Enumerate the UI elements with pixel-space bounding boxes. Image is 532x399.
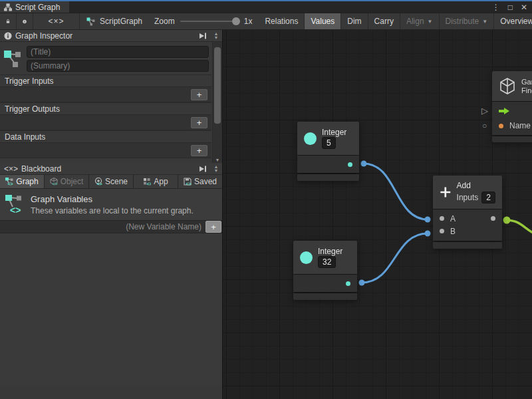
svg-text:<>: <> <box>8 182 13 186</box>
trigger-outputs-label: Trigger Outputs <box>0 102 211 114</box>
tab-object[interactable]: <> Object <box>45 175 89 188</box>
scroll-down-icon[interactable]: ▼ <box>214 169 219 173</box>
blackboard-tabs: <> Graph <> Object <> Scene <> App <> Sa… <box>0 175 222 189</box>
script-graph-window: Script Graph ⋮ □ ✕ <×> ScriptGraph Zoom <box>0 0 532 399</box>
input-port-b[interactable] <box>440 229 444 233</box>
object-cube-icon: <> <box>50 178 58 186</box>
add-trigger-input-button[interactable]: + <box>191 89 207 100</box>
graph-canvas[interactable]: Integer 5 Integer 32 <box>223 30 532 399</box>
graph-variables-description: These variables are local to the current… <box>31 206 194 215</box>
trigger-input-port-icon[interactable] <box>499 108 509 114</box>
tab-scene[interactable]: <> Scene <box>89 175 134 188</box>
graph-variables-title: Graph Variables <box>31 194 194 204</box>
graph-name-breadcrumb[interactable]: ScriptGraph <box>80 13 149 29</box>
integer-node-32[interactable]: Integer 32 <box>293 241 357 300</box>
tab-saved-label: Saved <box>194 177 217 186</box>
maximize-icon[interactable]: □ <box>506 3 515 12</box>
overview-button[interactable]: Overview <box>494 13 532 29</box>
values-button[interactable]: Values <box>305 13 341 29</box>
distribute-label: Distribute <box>446 17 479 26</box>
scroll-down-icon[interactable]: ▼ <box>213 158 222 162</box>
input-port-a-label: A <box>450 214 456 223</box>
gameobject-find-node[interactable]: Game Object Find Name <box>492 71 532 142</box>
relations-button[interactable]: Relations <box>259 13 305 29</box>
dim-button[interactable]: Dim <box>341 13 368 29</box>
lock-button[interactable] <box>0 13 17 29</box>
inspector-toggle-button[interactable] <box>17 13 33 29</box>
close-icon[interactable]: ✕ <box>519 3 529 12</box>
input-port-b-label: B <box>450 227 456 236</box>
sidebar-panel: Graph Inspector ▲▼ Trigger Inputs + <box>0 30 223 399</box>
scroll-down-icon[interactable]: ▼ <box>214 36 219 40</box>
wire-endpoint[interactable] <box>361 161 367 167</box>
tab-app-label: App <box>154 177 168 186</box>
graph-variables-icon: <> <box>5 194 24 215</box>
graph-variables-info: <> Graph Variables These variables are l… <box>0 189 222 220</box>
add-data-input-button[interactable]: + <box>191 145 207 156</box>
input-port-a[interactable] <box>440 216 444 221</box>
node-title: Add <box>457 181 495 190</box>
lock-icon <box>6 17 10 25</box>
data-inputs-label: Data Inputs <box>0 130 211 142</box>
zoom-slider[interactable] <box>180 21 239 22</box>
graph-title-input[interactable] <box>27 46 209 58</box>
dock-panel-button[interactable] <box>198 166 207 172</box>
wire-endpoint[interactable] <box>425 231 431 237</box>
scroll-arrows[interactable]: ▲▼ <box>211 165 221 173</box>
inputs-count-field[interactable]: 2 <box>481 192 495 203</box>
scroll-arrows[interactable]: ▲▼ <box>211 32 221 40</box>
wire-endpoint[interactable] <box>503 217 511 224</box>
graph-name: ScriptGraph <box>100 17 142 26</box>
output-port[interactable] <box>346 281 350 286</box>
blackboard-title: Blackboard <box>21 164 61 174</box>
new-variable-input[interactable] <box>0 222 205 231</box>
trigger-outputs-row: + <box>0 114 211 130</box>
integer-value-field[interactable]: 5 <box>322 137 336 149</box>
wire-endpoint[interactable] <box>359 280 365 286</box>
name-input-port[interactable] <box>499 124 503 128</box>
svg-text:<>: <> <box>10 205 21 215</box>
data-inputs-row: + <box>0 142 211 158</box>
output-port[interactable] <box>348 162 352 167</box>
dock-icon <box>198 33 207 39</box>
node-title: Integer <box>322 128 346 137</box>
carry-button[interactable]: Carry <box>368 13 400 29</box>
integer-type-icon <box>300 251 313 264</box>
integer-node-5[interactable]: Integer 5 <box>297 122 359 181</box>
zoom-slider-handle[interactable] <box>232 17 240 25</box>
output-port[interactable] <box>491 216 495 221</box>
add-variable-button[interactable]: + <box>205 221 221 233</box>
script-graph-node-icon <box>86 17 96 26</box>
add-trigger-output-button[interactable]: + <box>191 117 207 128</box>
code-view-button[interactable]: <×> <box>33 13 80 29</box>
blackboard-empty-area <box>0 233 222 386</box>
dock-icon <box>198 166 207 172</box>
window-menu-icon[interactable]: ⋮ <box>490 3 502 12</box>
relations-label: Relations <box>265 17 298 26</box>
window-tab-bar: Script Graph ⋮ □ ✕ <box>0 1 532 13</box>
dock-panel-button[interactable] <box>198 33 207 39</box>
trigger-inputs-label: Trigger Inputs <box>0 74 211 86</box>
trigger-port-outline-icon[interactable]: ▷ <box>481 107 488 114</box>
tab-saved[interactable]: <> Saved <box>178 175 222 188</box>
zoom-control: Zoom 1x <box>149 13 257 29</box>
tab-object-label: Object <box>61 177 84 186</box>
wire-endpoint[interactable] <box>425 217 431 223</box>
tab-script-graph[interactable]: Script Graph <box>0 1 69 13</box>
value-port-outline-icon[interactable]: ○ <box>482 122 487 130</box>
add-node[interactable]: Add Inputs 2 A B <box>433 176 502 249</box>
graph-summary-icon <box>4 49 21 69</box>
graph-summary-input[interactable] <box>27 60 209 72</box>
graph-variables-icon: <> <box>5 178 13 186</box>
add-plus-icon <box>440 184 452 201</box>
tab-app[interactable]: <> App <box>134 175 178 188</box>
tab-graph-label: Graph <box>16 177 38 186</box>
inspector-scrollbar[interactable]: ▼ <box>212 42 222 163</box>
chevron-down-icon: ▼ <box>482 19 487 25</box>
integer-value-field[interactable]: 32 <box>318 256 336 268</box>
distribute-dropdown[interactable]: Distribute▼ <box>440 13 495 29</box>
scrollbar-thumb[interactable] <box>214 47 221 124</box>
svg-text:<>: <> <box>96 182 102 186</box>
tab-graph[interactable]: <> Graph <box>0 175 45 188</box>
align-dropdown[interactable]: Align▼ <box>400 13 440 29</box>
